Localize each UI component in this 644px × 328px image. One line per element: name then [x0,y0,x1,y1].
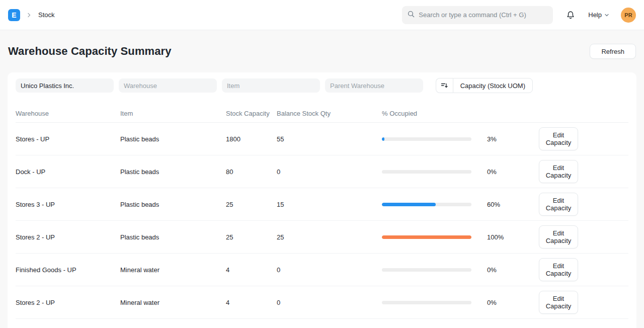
breadcrumb: E Stock [8,9,55,21]
capacity-table: Warehouse Item Stock Capacity Balance St… [16,106,628,319]
cell-percent: 0% [471,299,539,306]
cell-item: Plastic beads [120,135,226,143]
edit-capacity-button[interactable]: Edit Capacity [539,160,578,184]
cell-balance-qty: 25 [277,233,382,241]
cell-percent: 3% [471,135,539,143]
cell-percent: 0% [471,266,539,274]
cell-item: Mineral water [120,266,226,274]
table-row: Stores 2 - UP Mineral water 4 0 0% Edit … [16,286,628,319]
cell-stock-capacity: 25 [226,233,277,241]
warehouse-filter[interactable] [119,78,217,93]
cell-balance-qty: 0 [277,299,382,306]
table-header: Warehouse Item Stock Capacity Balance St… [16,106,628,123]
cell-stock-capacity: 25 [226,201,277,208]
cell-item: Plastic beads [120,168,226,176]
edit-capacity-button[interactable]: Edit Capacity [539,193,578,216]
cell-warehouse: Stores 3 - UP [16,201,120,208]
user-avatar[interactable]: PR [621,8,636,23]
header-warehouse: Warehouse [16,110,120,117]
cell-action: Edit Capacity [539,258,628,282]
cell-warehouse: Finished Goods - UP [16,266,120,274]
table-row: Stores 2 - UP Plastic beads 25 25 100% E… [16,221,628,254]
header-balance-stock-qty: Balance Stock Qty [277,110,382,117]
sort-order-button[interactable] [436,78,453,93]
progress-track [382,235,471,239]
cell-balance-qty: 0 [277,168,382,176]
progress-track [382,137,471,141]
cell-stock-capacity: 4 [226,299,277,306]
chevron-right-icon [25,11,33,19]
navbar: E Stock Help PR [0,0,644,30]
progress-fill [382,203,436,206]
cell-action: Edit Capacity [539,193,628,216]
cell-warehouse: Stores 2 - UP [16,233,120,241]
occupancy-progress-bar [382,235,471,239]
edit-capacity-button[interactable]: Edit Capacity [539,291,578,314]
cell-warehouse: Dock - UP [16,168,120,176]
table-row: Stores - UP Plastic beads 1800 55 3% Edi… [16,123,628,155]
chevron-down-icon [604,12,610,18]
cell-warehouse: Stores - UP [16,135,120,143]
app-logo[interactable]: E [8,9,20,21]
sort-group: Capacity (Stock UOM) [436,78,533,93]
cell-stock-capacity: 1800 [226,135,277,143]
cell-stock-capacity: 4 [226,266,277,274]
sort-field-button[interactable]: Capacity (Stock UOM) [453,78,533,93]
cell-balance-qty: 0 [277,266,382,274]
app-logo-letter: E [12,11,16,19]
header-stock-capacity: Stock Capacity [226,110,277,117]
avatar-initials: PR [624,12,632,18]
cell-item: Plastic beads [120,201,226,208]
cell-balance-qty: 55 [277,135,382,143]
edit-capacity-button[interactable]: Edit Capacity [539,258,578,282]
cell-percent: 100% [471,233,539,241]
help-menu-label: Help [588,11,602,19]
search-input[interactable] [419,11,548,19]
progress-track [382,268,471,272]
bell-icon [566,11,575,20]
refresh-button[interactable]: Refresh [590,44,636,59]
occupancy-progress-bar [382,170,471,174]
header-item: Item [120,110,226,117]
parent-warehouse-filter[interactable] [325,78,423,93]
page-title: Warehouse Capacity Summary [8,45,172,58]
notifications-button[interactable] [566,11,575,20]
occupancy-progress-bar [382,268,471,272]
breadcrumb-item-stock[interactable]: Stock [38,11,55,19]
cell-action: Edit Capacity [539,127,628,151]
help-menu[interactable]: Help [588,11,610,19]
cell-action: Edit Capacity [539,291,628,314]
filter-bar: Capacity (Stock UOM) [16,72,628,99]
progress-fill [382,235,471,239]
progress-track [382,170,471,174]
cell-percent: 0% [471,168,539,176]
occupancy-progress-bar [382,301,471,304]
occupancy-progress-bar [382,203,471,206]
table-row: Stores 3 - UP Plastic beads 25 15 60% Ed… [16,188,628,221]
cell-stock-capacity: 80 [226,168,277,176]
progress-fill [382,137,384,141]
edit-capacity-button[interactable]: Edit Capacity [539,127,578,151]
company-filter[interactable] [16,78,114,93]
cell-action: Edit Capacity [539,160,628,184]
cell-item: Mineral water [120,299,226,306]
page-header: Warehouse Capacity Summary Refresh [0,30,644,72]
global-search[interactable] [402,6,553,24]
sort-descending-icon [440,81,448,90]
edit-capacity-button[interactable]: Edit Capacity [539,225,578,249]
progress-track [382,203,471,206]
cell-balance-qty: 15 [277,201,382,208]
cell-item: Plastic beads [120,233,226,241]
table-row: Finished Goods - UP Mineral water 4 0 0%… [16,254,628,286]
table-row: Dock - UP Plastic beads 80 0 0% Edit Cap… [16,155,628,188]
cell-action: Edit Capacity [539,225,628,249]
header-percent-occupied: % Occupied [382,110,471,117]
progress-track [382,301,471,304]
item-filter[interactable] [222,78,320,93]
cell-warehouse: Stores 2 - UP [16,299,120,306]
cell-percent: 60% [471,201,539,208]
search-icon [407,10,415,20]
content-card: Capacity (Stock UOM) Warehouse Item Stoc… [8,72,636,328]
occupancy-progress-bar [382,137,471,141]
